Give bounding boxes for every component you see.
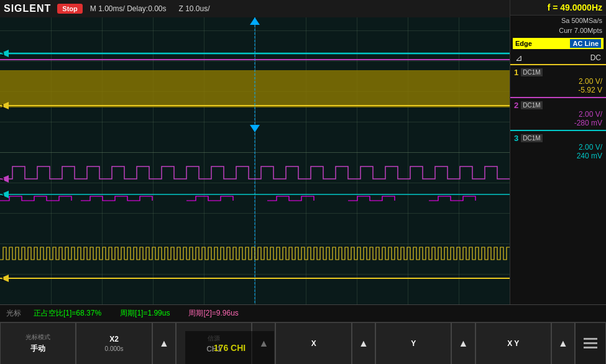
cursor-mode-value: 手动 xyxy=(30,344,45,354)
svg-text:3: 3 xyxy=(1,51,4,57)
trigger-dc-label: DC xyxy=(590,53,601,62)
header-bar: SIGLENT Stop M 1.00ms/ Delay:0.00s Z 10.… xyxy=(0,0,510,17)
svg-rect-21 xyxy=(584,347,597,348)
trigger-acline-label: AC Line xyxy=(570,39,601,48)
trigger-edge-label: Edge xyxy=(515,40,532,47)
xy-arrow-up[interactable]: ▲ xyxy=(551,322,575,364)
ch1-offset: -5.92 V xyxy=(514,86,602,94)
period2-value: 周期[2]=9.96us xyxy=(188,308,238,319)
x2-label: X2 xyxy=(109,335,119,344)
ch1-coupling: DC1M xyxy=(521,68,542,76)
ch3-offset: 240 mV xyxy=(514,152,602,160)
x-button[interactable]: X xyxy=(275,322,351,364)
frequency-display: f = 49.0000Hz xyxy=(510,0,606,16)
y-label: Y xyxy=(411,339,416,348)
x2-arrow-up[interactable]: ▲ xyxy=(152,322,176,364)
duty-cycle-value: 正占空比[1]=68.37% xyxy=(34,308,101,319)
menu-icon-button[interactable] xyxy=(575,322,606,364)
svg-text:3: 3 xyxy=(1,192,4,198)
svg-marker-6 xyxy=(250,125,260,132)
ch3-info-block: 3 DC1M 2.00 V/ 240 mV xyxy=(510,130,606,163)
y-arrow-up[interactable]: ▲ xyxy=(451,322,475,364)
xy-button[interactable]: X Y xyxy=(475,322,551,364)
svg-marker-5 xyxy=(250,17,260,25)
timebase-display: M 1.00ms/ Delay:0.00s xyxy=(90,4,167,13)
ch2-offset: -280 mV xyxy=(514,119,602,127)
svg-rect-20 xyxy=(584,342,597,344)
waveform-display: 3 1 3 3 1 xyxy=(0,17,510,304)
measurement-row: 光标 正占空比[1]=68.37% 周期[1]=1.99us 周期[2]=9.9… xyxy=(0,305,606,322)
zoom-display: Z 10.0us/ xyxy=(179,4,510,13)
ch2-coupling: DC1M xyxy=(521,101,542,109)
curr-mpts-display: Curr 7.00Mpts xyxy=(510,25,606,35)
xy-label: X Y xyxy=(507,339,519,348)
ch2-number: 2 xyxy=(514,101,518,110)
ch1-voltage: 2.00 V/ xyxy=(514,77,602,86)
cursor-mode-top-label: 光标模式 xyxy=(25,333,50,342)
sample-rate-display: Sa 500MSa/s xyxy=(510,16,606,25)
ch2-voltage: 2.00 V/ xyxy=(514,110,602,119)
x-label: X xyxy=(311,339,316,348)
bottom-bar: 光标 正占空比[1]=68.37% 周期[1]=1.99us 周期[2]=9.9… xyxy=(0,304,606,364)
x-arrow-up[interactable]: ▲ xyxy=(352,322,375,364)
ch3-voltage: 2.00 V/ xyxy=(514,143,602,152)
svg-text:1: 1 xyxy=(1,276,4,282)
period1-value: 周期[1]=1.99us xyxy=(120,308,170,319)
ch1-number: 1 xyxy=(514,68,518,77)
stop-button[interactable]: Stop xyxy=(57,4,82,14)
right-panel: f = 49.0000Hz Sa 500MSa/s Curr 7.00Mpts … xyxy=(510,0,606,304)
x2-button[interactable]: X2 0.000s xyxy=(76,322,152,364)
toolbar-row: 光标模式 手动 X2 0.000s ▲ 信源 CH1 ▲ X ▲ Y ▲ X Y… xyxy=(0,322,606,364)
svg-text:1: 1 xyxy=(1,103,4,109)
ch1-info-block: 1 DC1M 2.00 V/ -5.92 V xyxy=(510,64,606,97)
ch2-info-block: 2 DC1M 2.00 V/ -280 mV xyxy=(510,97,606,130)
cursor-label: 光标 xyxy=(6,308,21,319)
menu-icon xyxy=(581,334,600,353)
scope-screen: 3 1 3 3 1 xyxy=(0,0,510,304)
siglent-logo: SIGLENT xyxy=(4,3,51,14)
svg-text:3: 3 xyxy=(1,176,4,183)
ch3-coupling: DC1M xyxy=(521,134,542,142)
x2-sub-label: 0.000s xyxy=(105,345,124,352)
trigger-slope-row: ⊿ DC xyxy=(510,52,606,64)
y-button[interactable]: Y xyxy=(375,322,451,364)
trigger-slope-icon: ⊿ xyxy=(515,53,523,63)
cursor-mode-button[interactable]: 光标模式 手动 xyxy=(0,322,76,364)
bottom-chi-marker: 176 CHI xyxy=(185,331,274,364)
ch3-number: 3 xyxy=(514,134,518,143)
trigger-section: Edge AC Line xyxy=(513,38,604,49)
svg-rect-19 xyxy=(584,338,597,340)
